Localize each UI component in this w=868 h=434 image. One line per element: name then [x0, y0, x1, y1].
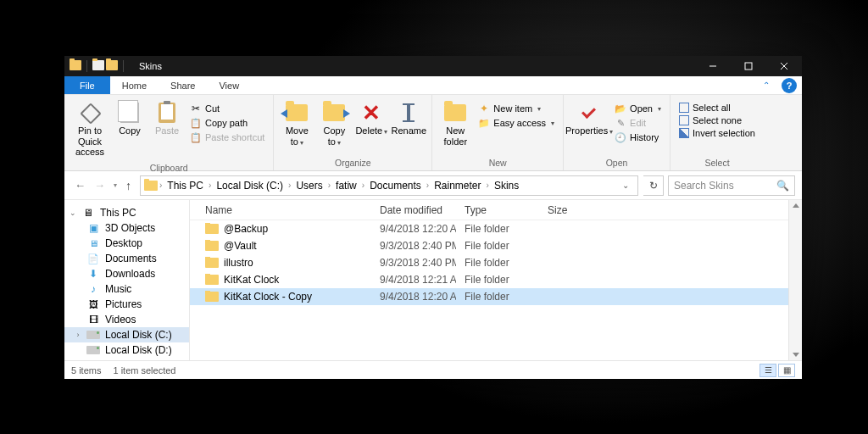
tree-local-disk-c[interactable]: ›Local Disk (C:): [64, 327, 189, 342]
folder-icon: [144, 181, 158, 191]
menu-view[interactable]: View: [207, 76, 251, 94]
delete-icon: ✕: [362, 102, 381, 124]
history-button[interactable]: History: [611, 131, 665, 144]
crumb-c[interactable]: Local Disk (C:): [213, 180, 287, 192]
select-all-button[interactable]: Select all: [676, 102, 759, 114]
copy-path-button[interactable]: Copy path: [186, 116, 268, 130]
properties-button[interactable]: Properties▾: [569, 98, 609, 140]
paste-button[interactable]: Paste: [149, 98, 185, 140]
move-to-button[interactable]: Move to▾: [279, 98, 314, 150]
easy-access-button[interactable]: Easy access▾: [475, 116, 558, 130]
tree-this-pc[interactable]: ⌄ This PC: [64, 205, 189, 220]
up-button[interactable]: ↑: [125, 179, 131, 192]
select-none-icon: [679, 115, 689, 125]
close-button[interactable]: [766, 56, 802, 76]
crumb-skins[interactable]: Skins: [491, 180, 522, 192]
crumb-this-pc[interactable]: This PC: [164, 180, 207, 192]
table-row[interactable]: KitKat Clock - Copy9/4/2018 12:20 AMFile…: [190, 288, 788, 305]
paste-icon: [159, 103, 175, 123]
folder-icon: [205, 224, 219, 234]
collapse-ribbon-button[interactable]: ⌃: [756, 76, 776, 94]
file-type: File folder: [456, 274, 539, 286]
invert-selection-button[interactable]: Invert selection: [676, 127, 759, 139]
move-to-icon: [286, 104, 308, 121]
table-row[interactable]: illustro9/3/2018 2:40 PMFile folder: [190, 254, 788, 271]
documents-icon: [86, 253, 100, 264]
scrollbar-vertical[interactable]: [788, 200, 802, 360]
back-button[interactable]: ←: [75, 179, 86, 192]
file-list: Name Date modified Type Size @Backup9/4/…: [190, 200, 788, 360]
cut-button[interactable]: Cut: [186, 102, 268, 115]
easy-access-icon: [478, 117, 490, 129]
tree-3d-objects[interactable]: 3D Objects: [64, 220, 189, 236]
header-name[interactable]: Name: [190, 204, 371, 216]
minimize-button[interactable]: [695, 56, 731, 76]
file-name: illustro: [224, 257, 253, 269]
menu-share[interactable]: Share: [159, 76, 207, 94]
maximize-button[interactable]: [731, 56, 766, 76]
tree-desktop[interactable]: Desktop: [64, 236, 189, 251]
status-bar: 5 items 1 item selected ☰ ▦: [64, 360, 802, 379]
icons-view-button[interactable]: ▦: [778, 364, 795, 377]
crumb-documents[interactable]: Documents: [366, 180, 425, 192]
crumb-user[interactable]: fatiw: [332, 180, 360, 192]
status-count: 5 items: [71, 365, 101, 376]
address-dropdown[interactable]: ⌄: [617, 181, 634, 190]
edit-icon: [615, 117, 626, 129]
3d-icon: [86, 222, 100, 234]
folder-icon: [205, 292, 219, 302]
copy-to-button[interactable]: Copy to▾: [316, 98, 352, 150]
tree-local-disk-d[interactable]: Local Disk (D:): [64, 342, 189, 358]
new-item-button[interactable]: New item▾: [475, 102, 558, 115]
forward-button[interactable]: →: [94, 179, 105, 192]
tree-downloads[interactable]: Downloads: [64, 266, 189, 281]
file-date: 9/4/2018 12:20 AM: [371, 223, 456, 235]
file-type: File folder: [456, 257, 539, 269]
search-input[interactable]: Search Skins 🔍: [668, 175, 795, 196]
edit-button[interactable]: Edit: [611, 116, 665, 130]
file-name: KitKat Clock: [224, 274, 279, 286]
crumb-users[interactable]: Users: [292, 180, 326, 192]
menu-home[interactable]: Home: [110, 76, 159, 94]
tree-documents[interactable]: Documents: [64, 251, 189, 266]
search-icon: 🔍: [776, 180, 789, 192]
header-date[interactable]: Date modified: [371, 204, 456, 216]
desktop-icon: [86, 237, 100, 249]
details-view-button[interactable]: ☰: [760, 364, 776, 377]
paste-shortcut-button[interactable]: Paste shortcut: [186, 131, 268, 144]
svg-rect-1: [745, 63, 752, 70]
crumb-rainmeter[interactable]: Rainmeter: [431, 180, 484, 192]
new-folder-button[interactable]: New folder: [437, 98, 473, 150]
copy-to-icon: [323, 104, 345, 121]
header-type[interactable]: Type: [456, 204, 539, 216]
breadcrumb[interactable]: › This PC› Local Disk (C:)› Users› fatiw…: [140, 175, 638, 196]
qat-folder-icon-2: [106, 60, 118, 70]
rename-button[interactable]: Rename: [391, 98, 426, 140]
history-icon: [615, 131, 626, 143]
rename-icon: [407, 103, 410, 122]
tree-pictures[interactable]: Pictures: [64, 297, 189, 312]
copy-button[interactable]: Copy: [112, 98, 147, 140]
header-size[interactable]: Size: [539, 204, 590, 216]
tree-music[interactable]: Music: [64, 281, 189, 297]
menu-file[interactable]: File: [64, 76, 110, 94]
table-row[interactable]: @Backup9/4/2018 12:20 AMFile folder: [190, 220, 788, 237]
file-name: @Backup: [224, 223, 268, 235]
tree-videos[interactable]: Videos: [64, 312, 189, 327]
select-none-button[interactable]: Select none: [676, 114, 759, 126]
recent-dropdown[interactable]: ▾: [114, 181, 117, 189]
pin-to-quick-access-button[interactable]: Pin to Quick access: [70, 98, 110, 161]
table-row[interactable]: KitKat Clock9/4/2018 12:21 AMFile folder: [190, 271, 788, 288]
delete-button[interactable]: ✕ Delete▾: [353, 98, 389, 140]
downloads-icon: [86, 268, 100, 280]
refresh-button[interactable]: ↻: [643, 175, 664, 196]
help-button[interactable]: ?: [782, 78, 797, 93]
open-button[interactable]: Open▾: [611, 102, 665, 115]
file-name: KitKat Clock - Copy: [224, 291, 312, 303]
folder-icon: [205, 275, 219, 285]
file-date: 9/3/2018 2:40 PM: [371, 240, 456, 252]
disk-icon: [86, 346, 100, 354]
group-label-organize: Organize: [279, 156, 426, 170]
file-date: 9/3/2018 2:40 PM: [371, 257, 456, 269]
table-row[interactable]: @Vault9/3/2018 2:40 PMFile folder: [190, 237, 788, 254]
